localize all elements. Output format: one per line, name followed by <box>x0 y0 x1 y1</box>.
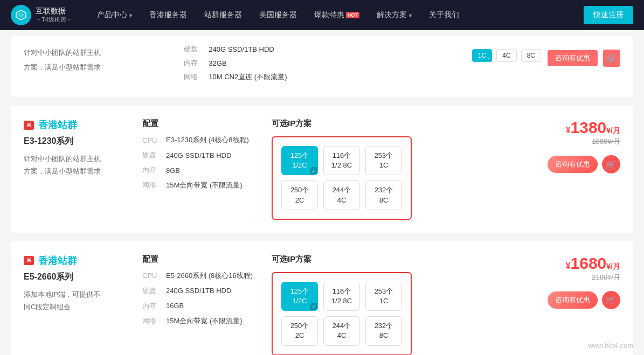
section-tag-e3: ※ 香港站群 <box>24 119 142 131</box>
ip-cell-e5-2[interactable]: 253个 1C <box>365 282 402 311</box>
spec-cpu-e3: CPU E3-1230系列 (4核心8线程) <box>142 135 261 145</box>
spec-net-e5: 网络 15M全向带宽 (不限流量) <box>142 316 261 326</box>
ip-option-8c[interactable]: 8C <box>521 49 541 62</box>
ram-val-e5: 16GB <box>166 302 184 310</box>
consult-button-e3[interactable]: 咨询有优惠 <box>548 156 598 173</box>
cpu-val-e5: E5-2660系列 (8核心16线程) <box>166 271 253 281</box>
nav-item-hk-server[interactable]: 香港服务器 <box>141 0 196 30</box>
spec-val-disk: 240G SSD/1TB HDD <box>209 45 274 53</box>
price-now-e3: ¥1380¥/月 <box>566 119 620 137</box>
card-price-e3: ¥1380¥/月 1880¥/月 咨询有优惠 🛒 <box>523 119 620 173</box>
cart-button-partial[interactable]: 🛒 <box>603 50 620 67</box>
partial-card-right: 1C ✓ 4C 8C 咨询有优惠 🛒 <box>472 44 620 67</box>
nav-item-solutions[interactable]: 解决方案 ▾ <box>368 0 420 30</box>
cart-button-e3[interactable]: 🛒 <box>602 155 620 173</box>
card-ip-e3: 可选IP方案 125个 1/2C✓ 116个 1/2 8C 253个 1C 25… <box>261 119 523 220</box>
nav-item-products[interactable]: 产品中心 ▾ <box>88 0 141 30</box>
net-val-e3: 15M全向带宽 (不限流量) <box>166 180 243 190</box>
ip-cell-e3-2[interactable]: 253个 1C <box>365 146 402 175</box>
ram-label-e3: 内存 <box>142 165 162 175</box>
card-specs-e3: 配置 CPU E3-1230系列 (4核心8线程) 硬盘 240G SSD/1T… <box>142 119 261 196</box>
spec-row-ram: 内存 32GB <box>184 58 461 68</box>
cart-button-e5[interactable]: 🛒 <box>602 291 620 309</box>
section-tag-e5: ※ 香港站群 <box>24 254 142 267</box>
nav-item-hot-deals[interactable]: 爆款特惠 HOT <box>306 0 368 30</box>
svg-marker-1 <box>18 12 24 18</box>
ram-val-e3: 8GB <box>166 166 180 175</box>
desc-e3-2: 方案，满足小型站群需求 <box>24 165 142 177</box>
nav-items: 产品中心 ▾ 香港服务器 站群服务器 美国服务器 爆款特惠 HOT 解决方案 ▾… <box>88 0 584 30</box>
card-ip-e5: 可选IP方案 125个 1/2C✓ 116个 1/2 8C 253个 1C 25… <box>261 254 523 355</box>
ip-cell-e3-5[interactable]: 232个 8C <box>365 180 402 210</box>
ip-cell-e5-0[interactable]: 125个 1/2C✓ <box>281 282 318 311</box>
spec-val-ram: 32GB <box>209 59 226 67</box>
register-button[interactable]: 快速注册 <box>584 6 633 24</box>
spec-label-net: 网络 <box>184 72 203 82</box>
config-title-e5: 配置 <box>142 254 261 264</box>
spec-row-disk: 硬盘 240G SSD/1TB HDD <box>184 44 461 54</box>
consult-button-partial[interactable]: 咨询有优惠 <box>548 50 598 66</box>
logo-text: 互联数据 <box>36 6 72 16</box>
ip-cell-e3-1[interactable]: 116个 1/2 8C <box>323 146 360 175</box>
navbar: 互联数据 －T4级机房－ 产品中心 ▾ 香港服务器 站群服务器 美国服务器 爆款… <box>0 0 644 30</box>
ip-cell-e3-3[interactable]: 250个 2C <box>281 180 318 210</box>
ip-grid-e5: 125个 1/2C✓ 116个 1/2 8C 253个 1C 250个 2C 2… <box>281 282 402 346</box>
desc-e5-2: 同C段定制组合 <box>24 301 142 313</box>
check-icon: ✓ <box>486 55 492 62</box>
partial-desc-line2: 方案，满足小型站群需求 <box>24 61 162 73</box>
card-specs-e5: 配置 CPU E5-2660系列 (8核心16线程) 硬盘 240G SSD/1… <box>142 254 261 331</box>
consult-button-e5[interactable]: 咨询有优惠 <box>548 291 598 309</box>
ip-cell-e3-0[interactable]: 125个 1/2C✓ <box>281 146 318 175</box>
spec-val-net: 10M CN2直连 (不限流量) <box>209 72 287 82</box>
spec-label-disk: 硬盘 <box>184 44 203 54</box>
hot-badge: HOT <box>346 12 359 18</box>
spec-cpu-e5: CPU E5-2660系列 (8核心16线程) <box>142 271 261 281</box>
ip-cell-e5-3[interactable]: 250个 2C <box>281 316 318 345</box>
cpu-label-e3: CPU <box>142 136 162 144</box>
partial-card-specs: 硬盘 240G SSD/1TB HDD 内存 32GB 网络 10M CN2直连… <box>162 44 461 86</box>
spec-disk-e3: 硬盘 240G SSD/1TB HDD <box>142 150 261 160</box>
watermark: www.hkt4.com <box>588 342 633 350</box>
price-old-e5: 2180¥/月 <box>592 273 620 282</box>
ip-option-4c[interactable]: 4C <box>496 49 516 62</box>
nav-item-cluster-server[interactable]: 站群服务器 <box>196 0 251 30</box>
partial-top-card: 针对中小团队的站群主机 方案，满足小型站群需求 硬盘 240G SSD/1TB … <box>11 36 633 97</box>
ip-cell-e5-4[interactable]: 244个 4C <box>323 316 360 345</box>
price-now-e5: ¥1680¥/月 <box>566 254 620 273</box>
desc-e3-1: 针对中小团队的站群主机 <box>24 152 142 165</box>
nav-item-about[interactable]: 关于我们 <box>420 0 468 30</box>
ip-cell-e5-1[interactable]: 116个 1/2 8C <box>323 282 360 311</box>
cpu-val-e3: E3-1230系列 (4核心8线程) <box>166 135 249 145</box>
ip-cell-e3-4[interactable]: 244个 4C <box>323 180 360 210</box>
ip-grid-wrapper-e3: 125个 1/2C✓ 116个 1/2 8C 253个 1C 250个 2C 2… <box>272 136 412 220</box>
btn-row-e3: 咨询有优惠 🛒 <box>548 155 620 173</box>
desc-e5-1: 添加本地IP端，可提供不 <box>24 288 142 301</box>
net-label-e3: 网络 <box>142 180 162 190</box>
price-old-e3: 1880¥/月 <box>592 137 620 147</box>
spec-net-e3: 网络 15M全向带宽 (不限流量) <box>142 180 261 190</box>
card-e5-2660: ※ 香港站群 E5-2660系列 添加本地IP端，可提供不 同C段定制组合 配置… <box>11 241 633 355</box>
nav-item-us-server[interactable]: 美国服务器 <box>251 0 306 30</box>
spec-ram-e5: 内存 16GB <box>142 301 261 311</box>
disk-val-e5: 240G SSD/1TB HDD <box>166 287 231 295</box>
group-title-e3: 香港站群 <box>38 119 77 131</box>
config-title-e3: 配置 <box>142 119 261 129</box>
partial-action-row: 咨询有优惠 🛒 <box>548 50 620 67</box>
ram-label-e5: 内存 <box>142 301 162 311</box>
check-icon-e5-0: ✓ <box>310 303 317 310</box>
btn-row-e5: 咨询有优惠 🛒 <box>548 291 620 309</box>
tag-icon-e5: ※ <box>24 256 34 265</box>
partial-ip-options: 1C ✓ 4C 8C <box>472 49 541 62</box>
logo[interactable]: 互联数据 －T4级机房－ <box>11 5 72 25</box>
ip-option-1c[interactable]: 1C ✓ <box>472 49 492 62</box>
card-e3-1230: ※ 香港站群 E3-1230系列 针对中小团队的站群主机 方案，满足小型站群需求… <box>11 106 633 233</box>
series-e3: E3-1230系列 <box>24 136 142 147</box>
check-icon-e3-0: ✓ <box>310 167 317 175</box>
ip-cell-e5-5[interactable]: 232个 8C <box>365 316 402 345</box>
disk-label-e5: 硬盘 <box>142 286 162 296</box>
chevron-down-icon: ▾ <box>129 12 132 18</box>
spec-row-net: 网络 10M CN2直连 (不限流量) <box>184 72 461 82</box>
partial-desc-line1: 针对中小团队的站群主机 <box>24 46 162 59</box>
ip-grid-e3: 125个 1/2C✓ 116个 1/2 8C 253个 1C 250个 2C 2… <box>281 146 402 210</box>
net-val-e5: 15M全向带宽 (不限流量) <box>166 316 243 326</box>
